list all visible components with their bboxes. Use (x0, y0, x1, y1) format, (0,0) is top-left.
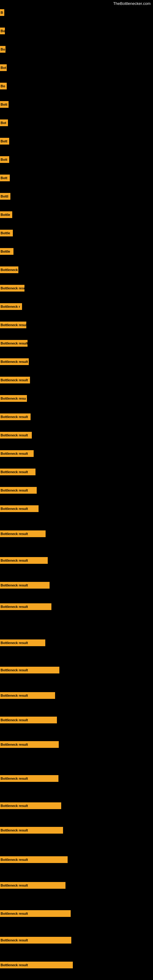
bottleneck-bar: Bottleneck result (0, 717, 57, 723)
bar-item: Bottleneck r (0, 303, 22, 311)
bar-item: Bot (0, 119, 8, 127)
bottleneck-bar: Bottle (0, 248, 13, 255)
bottleneck-bar: Bottle (0, 230, 13, 236)
bar-item: Bottl (0, 193, 10, 201)
bar-item: Bottleneck result (0, 827, 63, 835)
bar-item: Bottle (0, 230, 13, 238)
bar-item: Bottleneck result (0, 937, 71, 945)
bottleneck-bar: Bottleneck result (0, 469, 35, 475)
bar-item: Bottleneck (0, 266, 18, 274)
bottleneck-bar: Bottleneck result (0, 505, 38, 512)
bottleneck-bar: Bottleneck result (0, 692, 55, 699)
bottleneck-bar: Bottleneck result (0, 432, 32, 439)
bar-item: Bottleneck result (0, 741, 59, 749)
bar-item: Bottleneck result (0, 802, 61, 810)
bottleneck-bar: Bottleneck result (0, 667, 59, 673)
bar-item: Bottleneck result (0, 340, 27, 348)
bottleneck-bar: Bottleneck result (0, 582, 49, 589)
bar-item: Bottleneck result (0, 432, 32, 440)
bottleneck-bar: Bott (0, 101, 9, 108)
bottleneck-bar: Bottleneck result (0, 802, 61, 809)
bar-item: Bottleneck result (0, 582, 49, 590)
bottleneck-bar: Bottleneck result (0, 603, 51, 610)
bar-item: Bottleneck result (0, 487, 37, 495)
bottleneck-bar: Bottleneck result (0, 775, 59, 782)
bottleneck-bar: Bo (0, 46, 5, 52)
bar-item: Bottleneck result (0, 603, 51, 611)
bottleneck-bar: Bo (0, 83, 7, 89)
bottleneck-bar: Bottleneck result (0, 530, 46, 537)
bottleneck-bar: Bottleneck r (0, 303, 22, 310)
bar-item: Bot (0, 64, 7, 72)
bottleneck-bar: Bottleneck result (0, 487, 37, 494)
bottleneck-bar: Bottleneck result (0, 377, 30, 383)
bar-item: Bottleneck result (0, 882, 65, 890)
bottleneck-bar: Bottle (0, 211, 12, 218)
bottleneck-bar: Bottl (0, 193, 10, 200)
bar-item: Bottle (0, 248, 13, 256)
bar-item: Bottleneck result (0, 667, 59, 675)
bottleneck-bar: Bottleneck result (0, 557, 48, 564)
bar-item: Bottleneck result (0, 775, 59, 783)
bottleneck-bar: Bottleneck result (0, 827, 63, 834)
bar-item: Bottleneck result (0, 321, 26, 329)
bottleneck-bar: Bottleneck result (0, 937, 71, 943)
bottleneck-bar: Bot (0, 64, 7, 71)
bottleneck-bar: Bottleneck result (0, 882, 65, 889)
bottleneck-bar: B (0, 9, 4, 16)
bar-item: Bottle (0, 211, 12, 219)
bar-item: B (0, 9, 4, 17)
bar-item: Bottleneck result (0, 640, 45, 648)
bar-item: Bottleneck result (0, 530, 46, 538)
bar-item: Bottleneck result (0, 692, 55, 700)
bar-item: Bo (0, 83, 7, 91)
bottleneck-bar: Bottleneck result (0, 640, 45, 646)
bar-item: Bottleneck result (0, 469, 35, 477)
bottleneck-bar: Bottleneck result (0, 414, 30, 420)
bottleneck-bar: Bottleneck result (0, 340, 27, 347)
bottleneck-bar: Bottleneck resu (0, 285, 24, 291)
bottleneck-bar: Bott (0, 156, 9, 163)
bottleneck-bar: Bottleneck result (0, 856, 68, 863)
bar-item: Bottleneck result (0, 505, 38, 513)
bar-item: Bottleneck result (0, 717, 57, 725)
bottleneck-bar: Bottleneck result (0, 910, 71, 917)
bar-item: Bottleneck result (0, 910, 71, 918)
bar-item: Bottleneck result (0, 450, 33, 458)
bar-item: Bo (0, 46, 5, 54)
bar-item: Bottleneck result (0, 358, 29, 366)
bar-item: Bottleneck resu (0, 395, 27, 403)
bar-item: Bo (0, 27, 5, 35)
bar-item: Bott (0, 138, 9, 146)
bar-item: Bottleneck resu (0, 285, 24, 293)
site-title: TheBottlenecker.com (111, 0, 153, 7)
bottleneck-bar: Bott (0, 138, 9, 145)
bar-item: Bottleneck result (0, 557, 48, 565)
bar-item: Bottleneck result (0, 414, 30, 422)
bar-item: Bottleneck result (0, 377, 30, 385)
bottleneck-bar: Bottleneck result (0, 741, 59, 748)
bottleneck-bar: Bottleneck (0, 266, 18, 273)
bottleneck-bar: Bottleneck result (0, 450, 33, 457)
bar-item: Bottleneck result (0, 962, 73, 970)
bottleneck-bar: Bottleneck result (0, 962, 73, 968)
bar-item: Bott (0, 175, 10, 183)
bottleneck-bar: Bott (0, 175, 10, 181)
bottleneck-bar: Bottleneck result (0, 321, 26, 328)
bar-item: Bottleneck result (0, 856, 68, 864)
bottleneck-bar: Bot (0, 119, 8, 126)
bottleneck-bar: Bottleneck resu (0, 395, 27, 402)
bar-item: Bott (0, 156, 9, 164)
bottleneck-bar: Bottleneck result (0, 358, 29, 365)
bar-item: Bott (0, 101, 9, 109)
bottleneck-bar: Bo (0, 27, 5, 34)
